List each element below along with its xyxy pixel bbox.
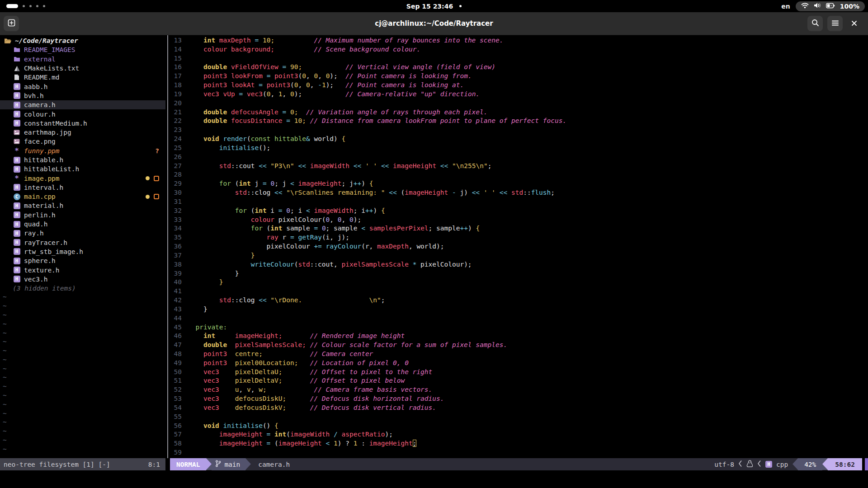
tree-item-material.h[interactable]: Hmaterial.h <box>0 201 165 210</box>
code-line-25[interactable]: 25 initialise(); <box>170 144 868 153</box>
tree-item-camera.h[interactable]: Hcamera.h <box>0 100 165 109</box>
code-line-17[interactable]: 17 point3 lookFrom = point3(0, 0, 0); //… <box>170 72 868 81</box>
tree-item-earthmap.jpg[interactable]: earthmap.jpg <box>0 128 165 137</box>
code-line-48[interactable]: 48 point3 centre; // Camera center <box>170 350 868 359</box>
code-line-40[interactable]: 40 } <box>170 278 868 287</box>
code-line-33[interactable]: 33 colour pixelColour(0, 0, 0); <box>170 216 868 225</box>
tree-item-rayTracer.h[interactable]: HrayTracer.h <box>0 238 165 247</box>
tree-item-colour.h[interactable]: Hcolour.h <box>0 109 165 118</box>
tree-item-vec3.h[interactable]: Hvec3.h <box>0 275 165 284</box>
tree-item-hittable.h[interactable]: Hhittable.h <box>0 155 165 164</box>
tree-item-image.ppm[interactable]: *image.ppm <box>0 174 165 183</box>
tree-item-interval.h[interactable]: Hinterval.h <box>0 183 165 192</box>
tree-item-aabb.h[interactable]: Haabb.h <box>0 82 165 91</box>
workspace-indicator[interactable] <box>6 4 45 8</box>
code-line-54[interactable]: 54 vec3 defocusDiskV; // Defocus disk ve… <box>170 404 868 413</box>
tree-item-label: rtw_stb_image.h <box>24 248 83 255</box>
code-line-23[interactable]: 23 <box>170 126 868 135</box>
code-line-39[interactable]: 39 } <box>170 269 868 278</box>
tree-item-quad.h[interactable]: Hquad.h <box>0 220 165 229</box>
tree-item-texture.h[interactable]: Htexture.h <box>0 265 165 274</box>
code-line-20[interactable]: 20 <box>170 99 868 108</box>
code-line-38[interactable]: 38 writeColour(std::cout, pixelSamplesSc… <box>170 260 868 269</box>
code-window[interactable]: 13 int maxDepth = 10; // Maximum number … <box>170 35 868 458</box>
code-line-15[interactable]: 15 <box>170 54 868 63</box>
code-line-30[interactable]: 30 std::clog << "\rScanlines remaining: … <box>170 188 868 197</box>
code-line-52[interactable]: 52 vec3 u, v, w; // Camera frame basis v… <box>170 385 868 394</box>
code-line-59[interactable]: 59 <box>170 448 868 457</box>
header-file-icon: H <box>13 221 21 228</box>
code-line-21[interactable]: 21 double defocusAngle = 0; // Variation… <box>170 108 868 117</box>
code-line-24[interactable]: 24 void render(const hittable& world) { <box>170 135 868 144</box>
tree-hidden-items-note[interactable]: (3 hidden items) <box>0 284 165 293</box>
line-number: 28 <box>170 170 182 179</box>
tree-item-external[interactable]: external <box>0 55 165 64</box>
search-button[interactable] <box>807 16 823 31</box>
clock[interactable]: Sep 15 23:46 <box>406 3 453 10</box>
code-line-41[interactable]: 41 <box>170 287 868 296</box>
code-line-49[interactable]: 49 point3 pixel00Location; // Location o… <box>170 359 868 368</box>
code-line-45[interactable]: 45 private: <box>170 323 868 332</box>
code-line-37[interactable]: 37 } <box>170 251 868 260</box>
tree-root[interactable]: ~/Code/Raytracer <box>0 36 165 45</box>
code-line-26[interactable]: 26 <box>170 153 868 162</box>
tree-item-README.md[interactable]: README.md <box>0 73 165 82</box>
code-line-19[interactable]: 19 vec3 vUp = vec3(0, 1, 0); // Camera-r… <box>170 90 868 99</box>
tree-item-constantMedium.h[interactable]: HconstantMedium.h <box>0 119 165 128</box>
workspace-dot[interactable] <box>36 5 38 7</box>
code-line-34[interactable]: 34 for (int sample = 0; sample < samples… <box>170 224 868 233</box>
tree-item-main.cpp[interactable]: Cmain.cpp <box>0 192 165 201</box>
code-line-55[interactable]: 55 <box>170 413 868 422</box>
code-line-44[interactable]: 44 <box>170 314 868 323</box>
code-line-32[interactable]: 32 for (int i = 0; i < imageWidth; i++) … <box>170 206 868 216</box>
code-line-43[interactable]: 43 } <box>170 305 868 314</box>
code-line-56[interactable]: 56 void initialise() { <box>170 422 868 431</box>
line-number: 22 <box>170 117 182 126</box>
menu-button[interactable] <box>827 16 843 31</box>
code-line-58[interactable]: 58 imageHeight = (imageHeight < 1) ? 1 :… <box>170 439 868 448</box>
tree-item-face.png[interactable]: face.png <box>0 137 165 146</box>
search-icon <box>811 19 819 28</box>
tree-item-sphere.h[interactable]: Hsphere.h <box>0 256 165 265</box>
code-line-57[interactable]: 57 imageHeight = int(imageWidth / aspect… <box>170 430 868 439</box>
system-status-pill[interactable]: 100% <box>796 1 865 11</box>
workspace-dot[interactable] <box>29 5 32 7</box>
tree-item-rtw_stb_image.h[interactable]: Hrtw_stb_image.h <box>0 247 165 256</box>
code-line-46[interactable]: 46 int imageHeight; // Rendered image he… <box>170 332 868 341</box>
scrollbar-thumb[interactable] <box>865 458 868 470</box>
code-line-27[interactable]: 27 std::cout << "P3\n" << imageWidth << … <box>170 162 868 171</box>
tree-item-bvh.h[interactable]: Hbvh.h <box>0 91 165 100</box>
workspace-dot[interactable] <box>43 5 45 7</box>
tree-item-perlin.h[interactable]: Hperlin.h <box>0 211 165 220</box>
line-number: 39 <box>170 269 182 278</box>
code-line-29[interactable]: 29 for (int j = 0; j < imageHeight; j++)… <box>170 179 868 188</box>
code-line-50[interactable]: 50 vec3 pixelDeltaU; // Offset to pixel … <box>170 368 868 377</box>
tree-item-README_IMAGES[interactable]: README_IMAGES <box>0 45 165 54</box>
tree-item-CMakeLists.txt[interactable]: CMakeLists.txt <box>0 64 165 73</box>
code-line-31[interactable]: 31 <box>170 197 868 206</box>
code-line-18[interactable]: 18 point3 lookAt = point3(0, 0, -1); // … <box>170 81 868 90</box>
close-button[interactable] <box>847 17 861 30</box>
code-line-16[interactable]: 16 double vFieldOfView = 90; // Vertical… <box>170 63 868 72</box>
neotree-sidebar[interactable]: ~/Code/RaytracerREADME_IMAGESexternalCMa… <box>0 35 165 458</box>
new-tab-button[interactable] <box>4 16 19 31</box>
code-line-35[interactable]: 35 ray r = getRay(i, j); <box>170 233 868 242</box>
header-file-icon: H <box>13 184 21 191</box>
code-line-53[interactable]: 53 vec3 defocusDiskU; // Defocus disk ho… <box>170 394 868 404</box>
window-separator[interactable] <box>165 35 170 458</box>
tree-item-ray.h[interactable]: Hray.h <box>0 229 165 238</box>
code-line-36[interactable]: 36 pixelColour += rayColour(r, maxDepth,… <box>170 242 868 251</box>
workspace-dot[interactable] <box>23 5 25 7</box>
code-line-47[interactable]: 47 double pixelSamplesScale; // Colour s… <box>170 341 868 350</box>
code-line-13[interactable]: 13 int maxDepth = 10; // Maximum number … <box>170 36 868 45</box>
tree-item-funny.ppm[interactable]: *funny.ppm? <box>0 146 165 155</box>
code-line-42[interactable]: 42 std::clog << "\rDone. \n"; <box>170 296 868 305</box>
code-line-14[interactable]: 14 colour background; // Scene backgroun… <box>170 45 868 54</box>
keyboard-layout-indicator[interactable]: en <box>781 3 790 10</box>
code-line-28[interactable]: 28 <box>170 170 868 179</box>
code-line-51[interactable]: 51 vec3 pixelDeltaV; // Offset to pixel … <box>170 376 868 385</box>
tree-item-label: hittableList.h <box>24 165 79 173</box>
clock-area[interactable]: Sep 15 23:46 <box>0 0 868 12</box>
tree-item-hittableList.h[interactable]: HhittableList.h <box>0 164 165 174</box>
code-line-22[interactable]: 22 double focusDistance = 10; // Distanc… <box>170 117 868 126</box>
